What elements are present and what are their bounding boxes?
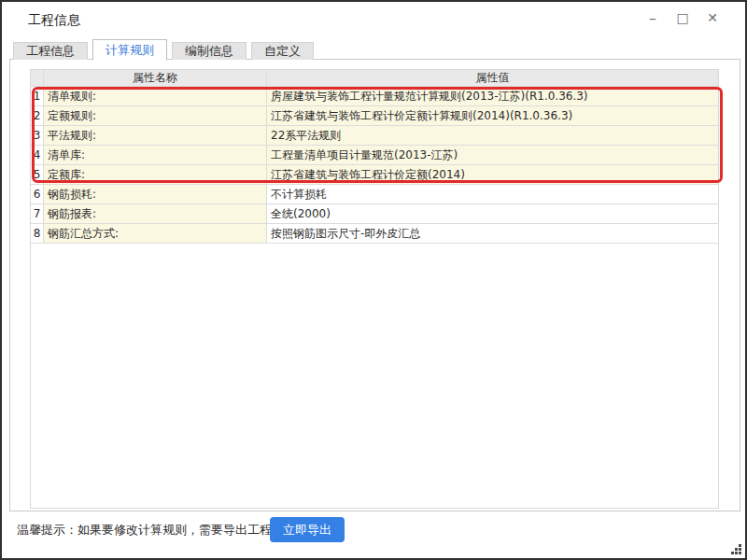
table-row: 2 定额规则: 江苏省建筑与装饰工程计价定额计算规则(2014)(R1.0.36… xyxy=(31,106,718,126)
property-name-cell: 清单库: xyxy=(44,146,267,165)
property-value-cell[interactable]: 江苏省建筑与装饰工程计价定额计算规则(2014)(R1.0.36.3) xyxy=(267,106,718,126)
export-now-button[interactable]: 立即导出 xyxy=(270,517,345,542)
minimize-icon[interactable]: – xyxy=(644,9,661,26)
table-row: 3 平法规则: 22系平法规则 xyxy=(31,126,718,146)
tab-custom[interactable]: 自定义 xyxy=(251,42,314,60)
row-number: 6 xyxy=(31,185,44,204)
column-header-name: 属性名称 xyxy=(44,70,267,87)
table-row: 6 钢筋损耗: 不计算损耗 xyxy=(31,185,718,204)
property-value-cell[interactable]: 房屋建筑与装饰工程计量规范计算规则(2013-江苏)(R1.0.36.3) xyxy=(267,87,718,106)
tab-bar: 工程信息 计算规则 编制信息 自定义 xyxy=(13,39,314,60)
property-name-cell: 平法规则: xyxy=(44,126,267,146)
row-number: 4 xyxy=(31,146,44,165)
tab-compilation-info[interactable]: 编制信息 xyxy=(172,42,247,60)
table-row: 1 清单规则: 房屋建筑与装饰工程计量规范计算规则(2013-江苏)(R1.0.… xyxy=(31,87,718,106)
maximize-icon[interactable]: □ xyxy=(674,9,691,26)
property-name-cell: 清单规则: xyxy=(44,87,267,106)
property-name-cell: 钢筋汇总方式: xyxy=(44,224,267,244)
property-name-cell: 定额规则: xyxy=(44,106,267,126)
tab-calc-rules[interactable]: 计算规则 xyxy=(92,39,167,61)
row-number: 3 xyxy=(31,126,44,146)
window-controls: – □ ✕ xyxy=(644,9,721,26)
row-number-header xyxy=(31,70,44,87)
table-row: 5 定额库: 江苏省建筑与装饰工程计价定额(2014) xyxy=(31,165,718,185)
property-name-cell: 钢筋报表: xyxy=(44,204,267,224)
row-number: 8 xyxy=(31,224,44,244)
property-value-cell[interactable]: 江苏省建筑与装饰工程计价定额(2014) xyxy=(267,165,718,185)
column-header-value: 属性值 xyxy=(267,70,718,87)
table-row: 4 清单库: 工程量清单项目计量规范(2013-江苏) xyxy=(31,146,718,165)
table-header-row: 属性名称 属性值 xyxy=(31,70,718,87)
property-value-cell[interactable]: 按照钢筋图示尺寸-即外皮汇总 xyxy=(267,224,718,244)
property-grid: 属性名称 属性值 1 清单规则: 房屋建筑与装饰工程计量规范计算规则(2013-… xyxy=(30,69,719,509)
property-name-cell: 定额库: xyxy=(44,165,267,185)
property-value-cell[interactable]: 22系平法规则 xyxy=(267,126,718,146)
property-value-cell[interactable]: 工程量清单项目计量规范(2013-江苏) xyxy=(267,146,718,165)
table-row: 7 钢筋报表: 全统(2000) xyxy=(31,204,718,224)
row-number: 7 xyxy=(31,204,44,224)
row-number: 2 xyxy=(31,106,44,126)
row-number: 5 xyxy=(31,165,44,185)
close-icon[interactable]: ✕ xyxy=(704,9,721,26)
property-value-cell[interactable]: 不计算损耗 xyxy=(267,185,718,204)
tab-project-info[interactable]: 工程信息 xyxy=(13,42,88,60)
property-name-cell: 钢筋损耗: xyxy=(44,185,267,204)
row-number: 1 xyxy=(31,87,44,106)
project-info-dialog: 工程信息 – □ ✕ 工程信息 计算规则 编制信息 自定义 属性名称 属性值 1… xyxy=(0,0,747,560)
window-title: 工程信息 xyxy=(28,12,80,29)
property-value-cell[interactable]: 全统(2000) xyxy=(267,204,718,224)
resize-grip-icon[interactable] xyxy=(730,543,742,555)
table-row: 8 钢筋汇总方式: 按照钢筋图示尺寸-即外皮汇总 xyxy=(31,224,718,244)
warm-tip-text: 温馨提示：如果要修改计算规则，需要导出工程 xyxy=(17,522,272,539)
